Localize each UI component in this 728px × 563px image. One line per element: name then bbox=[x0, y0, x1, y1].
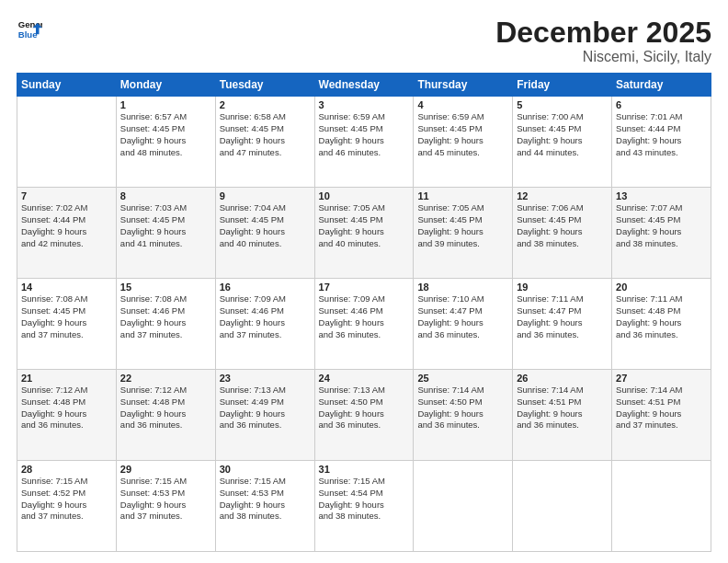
calendar-week-5: 28Sunrise: 7:15 AM Sunset: 4:52 PM Dayli… bbox=[17, 461, 711, 552]
day-number: 4 bbox=[417, 99, 508, 110]
calendar-cell: 9Sunrise: 7:04 AM Sunset: 4:45 PM Daylig… bbox=[215, 188, 314, 279]
day-info: Sunrise: 6:59 AM Sunset: 4:45 PM Dayligh… bbox=[319, 111, 410, 158]
calendar-cell bbox=[414, 461, 513, 552]
day-info: Sunrise: 7:12 AM Sunset: 4:48 PM Dayligh… bbox=[120, 385, 211, 431]
day-info: Sunrise: 7:04 AM Sunset: 4:45 PM Dayligh… bbox=[220, 202, 311, 249]
logo-icon: General Blue bbox=[17, 17, 42, 42]
day-number: 5 bbox=[517, 99, 608, 110]
calendar-cell: 22Sunrise: 7:12 AM Sunset: 4:48 PM Dayli… bbox=[116, 370, 215, 461]
day-info: Sunrise: 7:15 AM Sunset: 4:54 PM Dayligh… bbox=[319, 476, 410, 523]
day-info: Sunrise: 7:14 AM Sunset: 4:50 PM Dayligh… bbox=[417, 385, 508, 431]
day-info: Sunrise: 7:06 AM Sunset: 4:45 PM Dayligh… bbox=[517, 202, 608, 249]
day-info: Sunrise: 7:11 AM Sunset: 4:47 PM Dayligh… bbox=[517, 293, 608, 340]
day-number: 14 bbox=[21, 282, 112, 293]
day-info: Sunrise: 7:05 AM Sunset: 4:45 PM Dayligh… bbox=[417, 202, 508, 249]
calendar-cell: 19Sunrise: 7:11 AM Sunset: 4:47 PM Dayli… bbox=[513, 279, 612, 370]
col-sunday: Sunday bbox=[17, 74, 117, 97]
day-info: Sunrise: 7:11 AM Sunset: 4:48 PM Dayligh… bbox=[616, 293, 707, 340]
calendar-cell bbox=[513, 461, 612, 552]
month-title: December 2025 bbox=[495, 17, 711, 49]
calendar-cell: 6Sunrise: 7:01 AM Sunset: 4:44 PM Daylig… bbox=[612, 97, 711, 188]
page-header: General Blue December 2025 Niscemi, Sici… bbox=[17, 17, 711, 65]
day-number: 31 bbox=[319, 464, 410, 475]
day-info: Sunrise: 7:10 AM Sunset: 4:47 PM Dayligh… bbox=[417, 293, 508, 340]
calendar-cell: 30Sunrise: 7:15 AM Sunset: 4:53 PM Dayli… bbox=[215, 461, 314, 552]
calendar-cell: 1Sunrise: 6:57 AM Sunset: 4:45 PM Daylig… bbox=[116, 97, 215, 188]
day-info: Sunrise: 7:01 AM Sunset: 4:44 PM Dayligh… bbox=[616, 111, 707, 158]
day-number: 28 bbox=[21, 464, 112, 475]
day-info: Sunrise: 7:05 AM Sunset: 4:45 PM Dayligh… bbox=[319, 202, 410, 249]
day-number: 29 bbox=[120, 464, 211, 475]
day-number: 10 bbox=[319, 190, 410, 201]
day-number: 26 bbox=[517, 373, 608, 384]
day-info: Sunrise: 7:09 AM Sunset: 4:46 PM Dayligh… bbox=[319, 293, 410, 340]
calendar-cell: 10Sunrise: 7:05 AM Sunset: 4:45 PM Dayli… bbox=[314, 188, 414, 279]
calendar-week-3: 14Sunrise: 7:08 AM Sunset: 4:45 PM Dayli… bbox=[17, 279, 711, 370]
calendar-cell: 2Sunrise: 6:58 AM Sunset: 4:45 PM Daylig… bbox=[215, 97, 314, 188]
calendar-cell: 26Sunrise: 7:14 AM Sunset: 4:51 PM Dayli… bbox=[513, 370, 612, 461]
day-info: Sunrise: 7:15 AM Sunset: 4:53 PM Dayligh… bbox=[220, 476, 311, 523]
day-info: Sunrise: 7:02 AM Sunset: 4:44 PM Dayligh… bbox=[21, 202, 112, 249]
calendar-cell bbox=[612, 461, 711, 552]
calendar-cell: 16Sunrise: 7:09 AM Sunset: 4:46 PM Dayli… bbox=[215, 279, 314, 370]
calendar-cell: 13Sunrise: 7:07 AM Sunset: 4:45 PM Dayli… bbox=[612, 188, 711, 279]
day-number: 1 bbox=[120, 99, 211, 110]
day-info: Sunrise: 7:00 AM Sunset: 4:45 PM Dayligh… bbox=[517, 111, 608, 158]
calendar-cell: 21Sunrise: 7:12 AM Sunset: 4:48 PM Dayli… bbox=[17, 370, 117, 461]
day-number: 24 bbox=[319, 373, 410, 384]
col-monday: Monday bbox=[116, 74, 215, 97]
calendar-cell: 14Sunrise: 7:08 AM Sunset: 4:45 PM Dayli… bbox=[17, 279, 117, 370]
calendar-cell: 28Sunrise: 7:15 AM Sunset: 4:52 PM Dayli… bbox=[17, 461, 117, 552]
calendar-week-4: 21Sunrise: 7:12 AM Sunset: 4:48 PM Dayli… bbox=[17, 370, 711, 461]
calendar-cell: 15Sunrise: 7:08 AM Sunset: 4:46 PM Dayli… bbox=[116, 279, 215, 370]
calendar-cell: 27Sunrise: 7:14 AM Sunset: 4:51 PM Dayli… bbox=[612, 370, 711, 461]
calendar-cell: 12Sunrise: 7:06 AM Sunset: 4:45 PM Dayli… bbox=[513, 188, 612, 279]
day-info: Sunrise: 7:12 AM Sunset: 4:48 PM Dayligh… bbox=[21, 385, 112, 431]
day-number: 30 bbox=[220, 464, 311, 475]
calendar-cell bbox=[17, 97, 117, 188]
calendar-cell: 24Sunrise: 7:13 AM Sunset: 4:50 PM Dayli… bbox=[314, 370, 414, 461]
day-info: Sunrise: 7:14 AM Sunset: 4:51 PM Dayligh… bbox=[616, 385, 707, 431]
day-number: 11 bbox=[417, 190, 508, 201]
day-number: 19 bbox=[517, 282, 608, 293]
calendar-cell: 4Sunrise: 6:59 AM Sunset: 4:45 PM Daylig… bbox=[414, 97, 513, 188]
calendar-cell: 5Sunrise: 7:00 AM Sunset: 4:45 PM Daylig… bbox=[513, 97, 612, 188]
col-tuesday: Tuesday bbox=[215, 74, 314, 97]
day-info: Sunrise: 6:57 AM Sunset: 4:45 PM Dayligh… bbox=[120, 111, 211, 158]
day-number: 17 bbox=[319, 282, 410, 293]
calendar-cell: 31Sunrise: 7:15 AM Sunset: 4:54 PM Dayli… bbox=[314, 461, 414, 552]
day-number: 8 bbox=[120, 190, 211, 201]
day-number: 6 bbox=[616, 99, 707, 110]
calendar-cell: 25Sunrise: 7:14 AM Sunset: 4:50 PM Dayli… bbox=[414, 370, 513, 461]
logo: General Blue bbox=[17, 17, 42, 42]
calendar-cell: 8Sunrise: 7:03 AM Sunset: 4:45 PM Daylig… bbox=[116, 188, 215, 279]
day-info: Sunrise: 7:13 AM Sunset: 4:50 PM Dayligh… bbox=[319, 385, 410, 431]
day-info: Sunrise: 6:58 AM Sunset: 4:45 PM Dayligh… bbox=[220, 111, 311, 158]
day-info: Sunrise: 7:14 AM Sunset: 4:51 PM Dayligh… bbox=[517, 385, 608, 431]
location-subtitle: Niscemi, Sicily, Italy bbox=[495, 49, 711, 65]
day-info: Sunrise: 6:59 AM Sunset: 4:45 PM Dayligh… bbox=[417, 111, 508, 158]
day-number: 7 bbox=[21, 190, 112, 201]
calendar-cell: 29Sunrise: 7:15 AM Sunset: 4:53 PM Dayli… bbox=[116, 461, 215, 552]
svg-text:Blue: Blue bbox=[18, 29, 38, 40]
calendar-cell: 20Sunrise: 7:11 AM Sunset: 4:48 PM Dayli… bbox=[612, 279, 711, 370]
day-number: 20 bbox=[616, 282, 707, 293]
day-number: 25 bbox=[417, 373, 508, 384]
day-info: Sunrise: 7:13 AM Sunset: 4:49 PM Dayligh… bbox=[220, 385, 311, 431]
title-block: December 2025 Niscemi, Sicily, Italy bbox=[495, 17, 711, 65]
day-number: 21 bbox=[21, 373, 112, 384]
day-number: 15 bbox=[120, 282, 211, 293]
day-number: 16 bbox=[220, 282, 311, 293]
col-friday: Friday bbox=[513, 74, 612, 97]
day-info: Sunrise: 7:08 AM Sunset: 4:45 PM Dayligh… bbox=[21, 293, 112, 340]
day-number: 2 bbox=[220, 99, 311, 110]
col-wednesday: Wednesday bbox=[314, 74, 414, 97]
day-number: 13 bbox=[616, 190, 707, 201]
calendar-week-2: 7Sunrise: 7:02 AM Sunset: 4:44 PM Daylig… bbox=[17, 188, 711, 279]
day-number: 23 bbox=[220, 373, 311, 384]
calendar-cell: 23Sunrise: 7:13 AM Sunset: 4:49 PM Dayli… bbox=[215, 370, 314, 461]
col-saturday: Saturday bbox=[612, 74, 711, 97]
calendar-week-1: 1Sunrise: 6:57 AM Sunset: 4:45 PM Daylig… bbox=[17, 97, 711, 188]
calendar-cell: 17Sunrise: 7:09 AM Sunset: 4:46 PM Dayli… bbox=[314, 279, 414, 370]
day-number: 22 bbox=[120, 373, 211, 384]
